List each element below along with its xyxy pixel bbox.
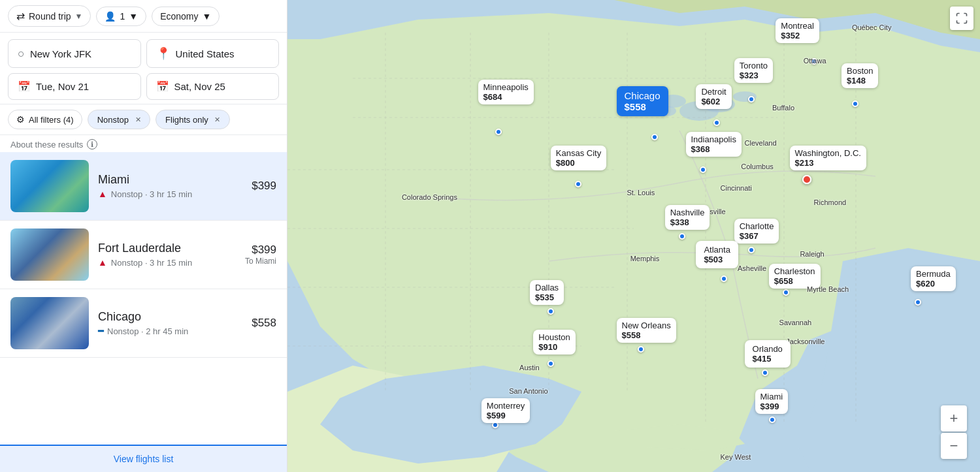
bottom-bar: View flights list (0, 445, 287, 472)
map-city-price: $148 (847, 76, 873, 86)
map-city-label[interactable]: Boston$148 (841, 63, 878, 88)
nonstop-filter-chip[interactable]: Nonstop ✕ (88, 110, 150, 129)
class-button[interactable]: Economy ▼ (152, 7, 220, 26)
map-city-label[interactable]: Detroit$602 (696, 84, 731, 109)
map-city-dot (679, 233, 685, 240)
map-city-price: $368 (691, 144, 736, 154)
passengers-button[interactable]: 👤 1 ▼ (96, 7, 146, 26)
map-city-text: Austin (519, 364, 540, 371)
map-city-price: $558 (622, 330, 671, 340)
map-city-dot (575, 181, 581, 187)
map-city-label[interactable]: Miami$399 (755, 389, 789, 414)
map-city-name: Miami (760, 392, 783, 401)
flight-image (10, 160, 89, 212)
nonstop-remove-icon[interactable]: ✕ (133, 114, 143, 125)
flight-price: $399 (252, 244, 276, 257)
map-city-label[interactable]: Atlanta$503 (696, 241, 738, 268)
map-city-label[interactable]: Charlotte$367 (734, 219, 779, 244)
airline-logo: ▲ (98, 189, 107, 199)
map-city-name: Indianapolis (691, 134, 736, 144)
map-city-dot (721, 275, 727, 282)
zoom-in-button[interactable]: + (941, 405, 967, 432)
class-chevron-icon: ▼ (203, 11, 212, 22)
map-city-text: Cleveland (745, 139, 777, 147)
flights-only-filter-chip[interactable]: Flights only ✕ (155, 110, 230, 129)
map-city-name: Monterrey (487, 401, 525, 411)
map-city-label[interactable]: Washington, D.C.$213 (790, 146, 866, 170)
map-city-label[interactable]: Nashville$338 (665, 205, 710, 230)
flight-details: ▲ Nonstop · 3 hr 15 min (98, 189, 237, 199)
map-city-label[interactable]: Charleston$658 (769, 264, 821, 289)
map-city-price: $367 (740, 231, 774, 241)
map-city-text: St. Louis (627, 189, 655, 197)
flight-price: $558 (252, 317, 276, 330)
map-city-dot (748, 247, 755, 253)
origin-circle-icon: ○ (18, 47, 25, 61)
calendar-icon: 📅 (18, 80, 31, 93)
all-filters-label: All filters (4) (29, 115, 74, 125)
map-city-label[interactable]: Bermuda$620 (911, 266, 956, 291)
flight-card[interactable]: Miami ▲ Nonstop · 3 hr 15 min $399 (0, 152, 287, 221)
flight-details: ▲ Nonstop · 3 hr 15 min (98, 257, 237, 268)
top-bar: ⇄ Round trip ▼ 👤 1 ▼ Economy ▼ (0, 0, 287, 33)
return-date-input[interactable]: 📅 Sat, Nov 25 (146, 73, 280, 100)
info-icon[interactable]: ℹ (87, 139, 97, 149)
map-city-text: Cincinnati (721, 184, 752, 192)
map-city-text: Richmond (814, 198, 847, 206)
origin-input[interactable]: ○ New York JFK (8, 39, 141, 68)
date-row: 📅 Tue, Nov 21 📅 Sat, Nov 25 (8, 73, 279, 100)
map-city-name: Detroit (701, 87, 726, 97)
passengers-chevron-icon: ▼ (129, 11, 138, 22)
map-city-label[interactable]: Orlando$415 (745, 340, 791, 368)
location-row: ○ New York JFK 📍 United States (8, 39, 279, 68)
price-col: $399 (237, 180, 276, 193)
map-city-name: Montreal (781, 21, 814, 31)
flight-city: Miami (98, 173, 237, 187)
map-city-label[interactable]: Kansas City$800 (551, 146, 606, 170)
zoom-out-button[interactable]: − (941, 433, 967, 459)
map-city-price: $558 (625, 101, 661, 112)
person-icon: 👤 (105, 11, 116, 22)
map-city-label[interactable]: Dallas$535 (530, 280, 564, 305)
depart-date-input[interactable]: 📅 Tue, Nov 21 (8, 73, 141, 100)
flight-details: ━ Nonstop · 2 hr 45 min (98, 326, 237, 336)
map-city-price: $399 (760, 401, 783, 411)
map-city-label[interactable]: Chicago$558 (617, 86, 668, 116)
map-city-text: Memphis (630, 255, 660, 262)
flights-only-remove-icon[interactable]: ✕ (212, 114, 223, 125)
map-area[interactable]: Minneapolis$684Montreal$352Québec CityOt… (287, 0, 980, 472)
destination-value: United States (176, 48, 235, 59)
map-city-dot (651, 134, 658, 140)
map-city-text: Savannah (779, 319, 812, 326)
calendar-return-icon: 📅 (156, 80, 169, 93)
sliders-icon: ⚙ (16, 114, 25, 125)
destination-input[interactable]: 📍 United States (146, 39, 280, 68)
flight-details-text: Nonstop · 3 hr 15 min (111, 258, 192, 268)
expand-map-button[interactable] (950, 7, 973, 30)
map-city-label[interactable]: Indianapolis$368 (686, 132, 742, 157)
map-city-label[interactable]: Montreal$352 (776, 18, 819, 43)
flight-card[interactable]: Chicago ━ Nonstop · 2 hr 45 min $558 (0, 289, 287, 358)
map-city-label[interactable]: Minneapolis$684 (478, 80, 534, 104)
trip-type-button[interactable]: ⇄ Round trip ▼ (8, 5, 91, 27)
map-city-name: Orlando (753, 344, 783, 354)
left-panel: ⇄ Round trip ▼ 👤 1 ▼ Economy ▼ ○ New Yor… (0, 0, 287, 472)
all-filters-button[interactable]: ⚙ All filters (4) (8, 110, 82, 129)
map-city-name: Charleston (774, 266, 815, 276)
flight-card[interactable]: Fort Lauderdale ▲ Nonstop · 3 hr 15 min … (0, 221, 287, 289)
map-city-label[interactable]: New Orleans$558 (617, 318, 676, 343)
flight-info: Miami ▲ Nonstop · 3 hr 15 min (89, 173, 237, 199)
map-city-price: $800 (556, 158, 601, 168)
map-city-label[interactable]: Monterrey$599 (482, 398, 531, 423)
map-city-price: $658 (774, 276, 815, 286)
map-city-price: $602 (701, 97, 726, 106)
map-city-dot (638, 346, 644, 353)
map-city-label[interactable]: Houston$910 (533, 330, 575, 354)
map-city-price: $213 (795, 158, 861, 168)
destination-marker-icon: 📍 (156, 46, 171, 61)
map-city-label[interactable]: Toronto$323 (734, 58, 773, 83)
map-city-name: Minneapolis (483, 82, 529, 92)
flight-image (10, 297, 89, 349)
view-flights-tab[interactable]: View flights list (0, 446, 287, 472)
map-city-name: Charlotte (740, 221, 774, 231)
